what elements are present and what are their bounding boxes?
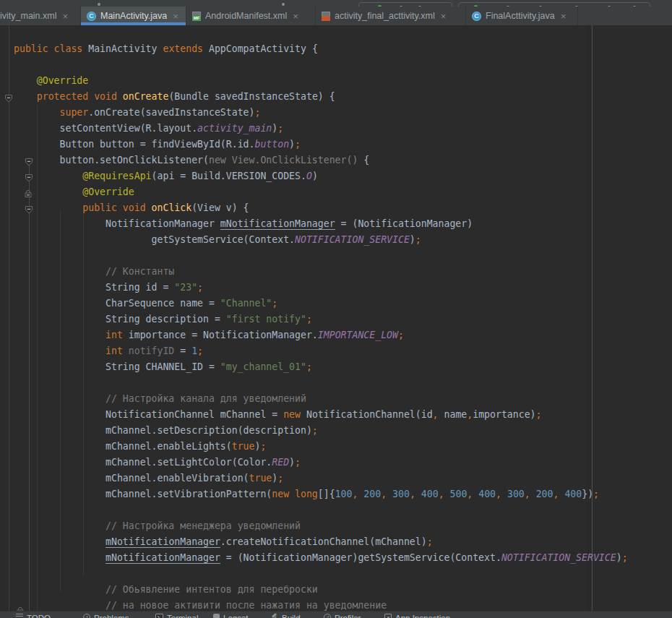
tab-label: activity_final_acttivity.xml [335,11,435,21]
code-line: mNotificationManager = (NotificationMana… [14,550,628,566]
code-line: mChannel.setDescription(description); [14,423,628,439]
code-line: String description = "first notify"; [14,312,628,327]
code-line [14,375,628,391]
code-line: // на новое активити после нажатия на ув… [14,598,628,611]
fold-collapse-icon[interactable] [25,204,33,213]
code-line [14,248,628,264]
code-line: @Override [14,73,628,89]
tool-window-bar: TODOProblemsTerminalLogcatBuildProfilerA… [0,611,672,618]
code-line: public void onClick(View v) { [14,200,628,216]
code-line: int importance = NotificationManager.IMP… [14,327,628,343]
fold-collapse-icon[interactable] [16,605,25,611]
todo-icon [16,614,23,618]
tool-window-label: Problems [94,613,129,618]
code-line: @RequiresApi(api = Build.VERSION_CODES.O… [14,168,628,184]
manifest-file-icon: MF [192,12,201,21]
code-line: protected void onCreate(Bundle savedInst… [14,89,628,105]
tool-window-label: App Inspection [395,613,450,618]
app-inspection-icon [384,614,392,618]
code-line: mChannel.enableVibration(true); [14,471,628,486]
toolbar-dot [282,3,285,6]
fold-lock-icon[interactable] [24,188,33,197]
tool-window-button-Build[interactable]: Build [271,613,301,618]
code-line: String CHANNEL_ID = "my_channel_01"; [14,359,628,375]
code-line: mChannel.setVibrationPattern(new long[]{… [14,486,628,502]
tab-label: FinalActtivity.java [486,11,555,21]
code-line [14,502,628,518]
code-line: mChannel.setLightColor(Color.RED); [14,455,628,471]
close-tab-icon[interactable]: × [293,12,298,21]
terminal-icon [155,614,163,618]
tool-window-button-Profiler[interactable]: Profiler [324,613,361,618]
code-line: // Константы [14,264,628,280]
code-line: super.onCreate(savedInstanceState); [14,105,628,121]
code-line: CharSequence name = "Channel"; [14,296,628,312]
tool-window-button-TODO[interactable]: TODO [16,613,51,618]
code-editor[interactable]: public class MainActivity extends AppCom… [0,25,672,611]
android-studio-window: { "colors": { "editor_bg": "#2b2b2b", "b… [0,0,672,618]
code-line: public class MainActivity extends AppCom… [14,41,628,57]
profiler-icon [324,614,331,618]
tab-MainActivity.java[interactable]: CMainActivity.java× [81,7,186,25]
tab-activity_final_acttivity.xml[interactable]: activity_final_acttivity.xml× [316,7,466,25]
fold-collapse-icon[interactable] [4,93,13,101]
java-class-icon: C [472,12,481,21]
tab-label: MainActivity.java [100,11,167,21]
code-line: setContentView(R.layout.activity_main); [14,121,628,137]
java-class-icon: C [87,12,96,21]
code-line: mChannel.enableLights(true); [14,439,628,455]
fold-collapse-icon[interactable] [25,172,33,181]
tool-window-label: Terminal [167,613,198,618]
code-line: String id = "23"; [14,280,628,296]
code-line: Button button = findViewById(R.id.button… [14,137,628,153]
code-line: NotificationChannel mChannel = new Notif… [14,407,628,423]
tool-window-label: Logcat [223,613,249,618]
tab-FinalActtivity.java[interactable]: CFinalActtivity.java× [466,7,578,25]
fold-collapse-icon[interactable] [25,156,33,165]
code-line [14,566,628,582]
code-line: getSystemService(Context.NOTIFICATION_SE… [14,232,628,248]
tool-window-label: TODO [27,613,51,618]
tab-ivity_main.xml[interactable]: ivity_main.xml× [0,7,81,25]
tool-window-button-Terminal[interactable]: Terminal [155,613,198,618]
code-line: // Настройка канала для уведомлений [14,391,628,407]
code-line [14,57,628,73]
code-line: // Настройка менеджера уведомлений [14,518,628,534]
close-tab-icon[interactable]: × [441,12,447,21]
code-line: button.setOnClickListener(new View.OnCli… [14,153,628,168]
editor-tab-bar: ivity_main.xml×CMainActivity.java×MFAndr… [0,7,672,25]
tool-window-button-Logcat[interactable]: Logcat [213,613,249,618]
code-line: // Обьявление интентов для переброски [14,582,628,598]
tool-window-button-Problems[interactable]: Problems [83,613,129,618]
tool-window-button-App Inspection[interactable]: App Inspection [384,613,450,618]
code-line: @Override [14,184,628,200]
close-tab-icon[interactable]: × [173,12,178,21]
logcat-icon [213,614,220,618]
problems-icon [83,614,90,618]
build-icon [271,614,278,618]
code-line: NotificationManager mNotificationManager… [14,216,628,232]
toolbar-dot [98,3,100,6]
code-line: int notifyID = 1; [14,343,628,359]
tab-label: AndroidManifest.xml [205,11,287,21]
tool-window-label: Profiler [335,613,361,618]
xml-file-icon [322,12,330,21]
close-tab-icon[interactable]: × [561,12,567,21]
tool-window-label: Build [282,613,301,618]
code-lines: public class MainActivity extends AppCom… [0,25,628,611]
close-tab-icon[interactable]: × [63,12,69,21]
code-line: mNotificationManager.createNotificationC… [14,534,628,550]
tab-label: ivity_main.xml [0,11,57,21]
tab-AndroidManifest.xml[interactable]: MFAndroidManifest.xml× [186,7,316,25]
